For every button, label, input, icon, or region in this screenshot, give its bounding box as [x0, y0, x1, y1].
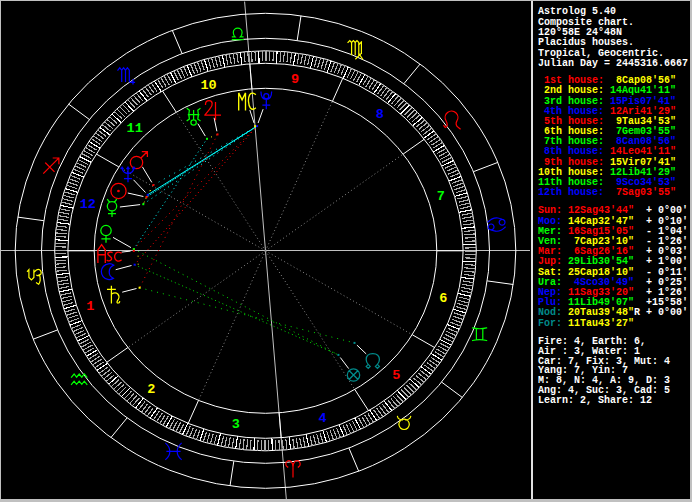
svg-text:12: 12 [80, 197, 96, 212]
svg-text:11: 11 [127, 121, 143, 136]
svg-text:1: 1 [86, 299, 94, 314]
svg-text:3: 3 [232, 417, 240, 432]
svg-text:2: 2 [147, 382, 155, 397]
svg-text:8: 8 [376, 107, 384, 122]
svg-text:9: 9 [291, 72, 299, 87]
svg-text:4: 4 [318, 411, 326, 426]
svg-text:6: 6 [439, 291, 447, 306]
svg-text:5: 5 [392, 368, 400, 383]
svg-text:10: 10 [200, 78, 216, 93]
svg-text:7: 7 [437, 189, 445, 204]
